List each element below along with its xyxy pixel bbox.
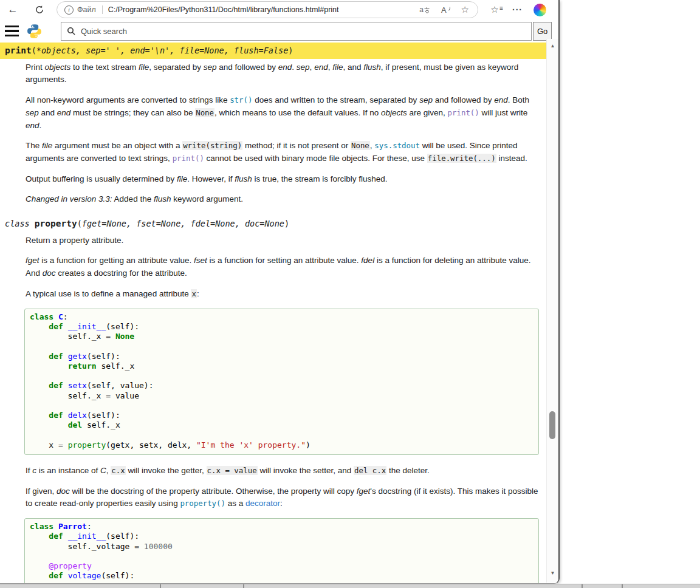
paragraph: fget is a function for getting an attrib… xyxy=(26,255,539,279)
vertical-scrollbar[interactable]: ▲ ▼ xyxy=(546,39,558,583)
favorite-star-icon[interactable]: ☆ xyxy=(461,4,469,15)
refresh-button[interactable] xyxy=(30,1,49,18)
code-token: def xyxy=(49,322,63,331)
scroll-up-arrow[interactable]: ▲ xyxy=(547,42,558,50)
inline-link[interactable]: print() xyxy=(173,154,204,163)
url-text[interactable]: C:/Program%20Files/Python311/Doc/html/li… xyxy=(108,5,339,14)
menu-button[interactable] xyxy=(5,24,19,38)
text-segment: None xyxy=(195,108,214,117)
text-segment: doc xyxy=(43,268,56,278)
code-token: def xyxy=(49,352,63,361)
text-segment: : xyxy=(197,289,199,298)
code-token: = xyxy=(106,391,111,400)
text-segment: does and written to the stream, separate… xyxy=(252,95,419,104)
text-segment: is true, the stream is forcibly flushed. xyxy=(252,174,388,183)
text-segment: c xyxy=(32,466,36,475)
favorites-hub-button[interactable]: ☆≡ xyxy=(487,4,503,15)
text-segment: If xyxy=(26,466,32,475)
text-segment: file.write(...) xyxy=(427,154,496,163)
text-segment: are given, xyxy=(407,108,448,117)
copilot-button[interactable] xyxy=(523,4,546,16)
code-token xyxy=(30,561,49,570)
toolbar-right: ☆≡ ··· xyxy=(487,4,546,16)
text-segment: ) xyxy=(288,46,293,55)
code-token: (getx, setx, delx, xyxy=(106,440,196,450)
strip-separator xyxy=(160,584,161,588)
text-segment: ( xyxy=(77,219,82,228)
code-token: "I'm the 'x' property." xyxy=(196,440,306,450)
inline-link[interactable]: decorator xyxy=(245,499,280,508)
text-segment: will just write xyxy=(479,108,528,117)
code-token: getx xyxy=(68,352,87,361)
text-segment: end xyxy=(57,108,71,117)
code-token xyxy=(63,440,68,450)
address-divider xyxy=(102,5,103,14)
scroll-down-arrow[interactable]: ▼ xyxy=(547,569,558,578)
code-token: value xyxy=(111,391,139,400)
code-block-class-parrot: class Parrot: def __init__(self): self._… xyxy=(24,518,539,583)
inline-link[interactable]: sys.stdout xyxy=(374,141,420,150)
text-segment: c.x = value xyxy=(207,466,258,475)
text-segment: flush xyxy=(363,63,381,72)
go-button[interactable]: Go xyxy=(533,22,552,41)
inline-link[interactable]: print() xyxy=(448,108,479,117)
text-segment: . However, if xyxy=(187,174,235,183)
scroll-thumb[interactable] xyxy=(549,411,555,439)
text-segment: property xyxy=(35,219,77,228)
code-token: voltage xyxy=(68,571,101,580)
settings-more-button[interactable]: ··· xyxy=(503,5,523,15)
text-segment: , separated by xyxy=(149,63,203,72)
code-token: def xyxy=(49,381,63,390)
print-signature: print(*objects, sep=' ', end='\n', file=… xyxy=(0,43,546,59)
text-segment: All non-keyword arguments are converted … xyxy=(26,95,230,104)
python-logo[interactable] xyxy=(27,24,42,39)
text-segment: to the text stream xyxy=(70,63,139,72)
paragraph: Print objects to the text stream file, s… xyxy=(26,61,539,86)
text-segment: fget xyxy=(357,487,371,496)
code-token: (self): xyxy=(87,352,120,361)
text-segment: print xyxy=(5,46,32,55)
code-token: def xyxy=(49,571,63,580)
search-input[interactable] xyxy=(80,26,531,36)
text-segment: cannot be used with binary mode file obj… xyxy=(204,154,427,163)
text-segment: must be strings; they can also be xyxy=(70,108,195,117)
code-token: self._x xyxy=(97,361,135,371)
site-info-icon[interactable]: i xyxy=(64,5,74,15)
text-segment: ) xyxy=(284,219,289,228)
text-segment: is a function for getting an attribute v… xyxy=(39,256,194,265)
back-icon: ← xyxy=(8,4,18,16)
read-aloud-icon[interactable]: A xyxy=(441,5,450,15)
text-segment: x xyxy=(191,289,196,298)
text-segment: del c.x xyxy=(354,466,386,475)
search-box xyxy=(61,22,532,41)
text-segment: end xyxy=(314,63,328,72)
inline-link[interactable]: str() xyxy=(230,95,252,104)
text-segment: flush xyxy=(154,194,171,203)
browser-toolbar: ← i Файл C:/Program%20Files/Python311/Do… xyxy=(0,0,558,20)
paragraph: Output buffering is usually determined b… xyxy=(26,173,539,186)
paragraph: Return a property attribute. xyxy=(26,234,539,247)
text-segment: the deleter. xyxy=(386,466,430,475)
code-token: (self): xyxy=(106,532,139,541)
text-segment: Output buffering is usually determined b… xyxy=(26,174,177,183)
back-button[interactable]: ← xyxy=(4,1,22,18)
address-bar[interactable]: i Файл C:/Program%20Files/Python311/Doc/… xyxy=(57,1,478,18)
code-token xyxy=(30,532,49,541)
text-segment: , and xyxy=(343,63,363,72)
text-segment: and xyxy=(39,108,57,117)
text-segment: Changed in version 3.3: xyxy=(26,194,112,203)
code-token: (self): xyxy=(87,411,120,420)
inline-link[interactable]: property() xyxy=(180,499,225,508)
site-info-label[interactable]: Файл xyxy=(77,5,96,14)
code-token: : xyxy=(63,312,68,321)
strip-separator xyxy=(582,584,583,588)
page-area: Go print(*objects, sep=' ', end='\n', fi… xyxy=(0,19,558,583)
paragraph: The file argument must be an object with… xyxy=(26,140,539,165)
text-segment: . xyxy=(39,121,42,130)
text-segment: Added the xyxy=(112,194,154,203)
text-segment: fdel xyxy=(361,256,374,265)
docs-header: Go xyxy=(0,19,558,43)
text-segment: is an instance of xyxy=(36,466,100,475)
translate-icon[interactable]: a xyxy=(419,5,430,14)
paragraph: If given, doc will be the docstring of t… xyxy=(26,485,539,510)
